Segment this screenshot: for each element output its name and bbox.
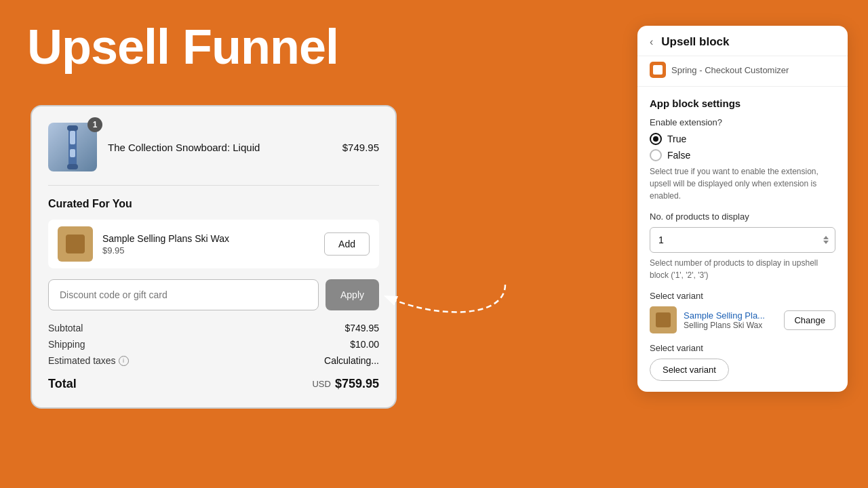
curated-title: Curated For You (48, 198, 379, 210)
product-badge: 1 (87, 117, 102, 132)
total-value: $759.95 (335, 377, 379, 391)
radio-false-outer[interactable] (650, 149, 662, 161)
settings-panel: ‹ Upsell block Spring - Checkout Customi… (637, 26, 848, 392)
subtotal-row: Subtotal $749.95 (48, 323, 379, 333)
shipping-row: Shipping $10.00 (48, 339, 379, 350)
enable-help-text: Select true if you want to enable the ex… (650, 165, 835, 202)
total-right: USD $759.95 (312, 377, 379, 391)
snowboard-icon (59, 125, 86, 169)
curated-section: Curated For You Sample Selling Plans Ski… (48, 198, 379, 268)
discount-row: Apply (48, 279, 379, 310)
product-price: $749.95 (342, 142, 379, 153)
section-title: App block settings (650, 98, 835, 109)
product-row: 1 The Collection Snowboard: Liquid $749.… (48, 123, 379, 186)
panel-title: Upsell block (661, 35, 835, 49)
variant-row: Sample Selling Pla... Selling Plans Ski … (650, 306, 835, 333)
curated-item: Sample Selling Plans Ski Wax $9.95 Add (48, 220, 379, 268)
panel-body: App block settings Enable extension? Tru… (637, 87, 848, 392)
wax-icon (66, 235, 85, 253)
page-title: Upsell Funnel (27, 19, 338, 75)
app-name: Spring - Checkout Customizer (671, 65, 789, 75)
products-help-text: Select number of products to display in … (650, 257, 835, 281)
variant-info: Sample Selling Pla... Selling Plans Ski … (684, 310, 777, 330)
svg-rect-2 (70, 149, 75, 157)
number-input-wrap (650, 227, 835, 253)
product-image-wrap: 1 (48, 123, 97, 171)
spinner-up[interactable] (823, 236, 829, 239)
select-variant-label: Select variant (650, 291, 835, 301)
shipping-value: $10.00 (350, 339, 379, 350)
subtotal-label: Subtotal (48, 323, 83, 333)
subtotal-value: $749.95 (344, 323, 379, 333)
product-name: The Collection Snowboard: Liquid (108, 142, 332, 153)
radio-true-row[interactable]: True (650, 133, 835, 145)
spinner-arrows (823, 236, 829, 244)
total-label: Total (48, 377, 77, 391)
select-variant-button[interactable]: Select variant (650, 359, 729, 381)
variant-name: Sample Selling Pla... (684, 310, 777, 321)
panel-header: ‹ Upsell block (637, 26, 848, 56)
taxes-info-icon: i (119, 356, 129, 366)
taxes-value: Calculating... (324, 355, 379, 366)
apply-button[interactable]: Apply (326, 279, 379, 310)
curated-image (58, 226, 93, 262)
add-button[interactable]: Add (324, 232, 370, 256)
change-button[interactable]: Change (784, 310, 835, 330)
totals: Subtotal $749.95 Shipping $10.00 Estimat… (48, 323, 379, 391)
radio-false-row[interactable]: False (650, 149, 835, 161)
select-variant-label2: Select variant (650, 343, 835, 353)
back-button[interactable]: ‹ (650, 36, 653, 48)
total-currency: USD (312, 379, 330, 389)
total-row: Total USD $759.95 (48, 373, 379, 391)
taxes-label: Estimated taxes i (48, 355, 129, 366)
products-label: No. of products to display (650, 211, 835, 222)
variant-sub: Selling Plans Ski Wax (684, 321, 777, 330)
app-icon (650, 62, 666, 78)
curated-item-name: Sample Selling Plans Ski Wax (102, 233, 315, 244)
variant-thumb (650, 306, 677, 333)
app-icon-inner (653, 65, 663, 75)
radio-true-label: True (667, 134, 686, 144)
enable-label: Enable extension? (650, 117, 835, 127)
variant-thumb-inner (656, 312, 671, 327)
svg-rect-1 (70, 131, 75, 144)
panel-app-row: Spring - Checkout Customizer (637, 56, 848, 87)
shipping-label: Shipping (48, 339, 85, 350)
radio-true-outer[interactable] (650, 133, 662, 145)
discount-input[interactable] (48, 279, 319, 310)
svg-rect-3 (67, 125, 78, 131)
taxes-row: Estimated taxes i Calculating... (48, 355, 379, 366)
number-input[interactable] (650, 227, 835, 253)
radio-false-label: False (667, 150, 690, 161)
radio-group: True False (650, 133, 835, 161)
curated-item-price: $9.95 (102, 245, 315, 256)
svg-rect-4 (67, 164, 78, 169)
curated-info: Sample Selling Plans Ski Wax $9.95 (102, 233, 315, 256)
radio-true-inner (653, 136, 658, 142)
checkout-card: 1 The Collection Snowboard: Liquid $749.… (31, 105, 397, 409)
spinner-down[interactable] (823, 241, 829, 244)
